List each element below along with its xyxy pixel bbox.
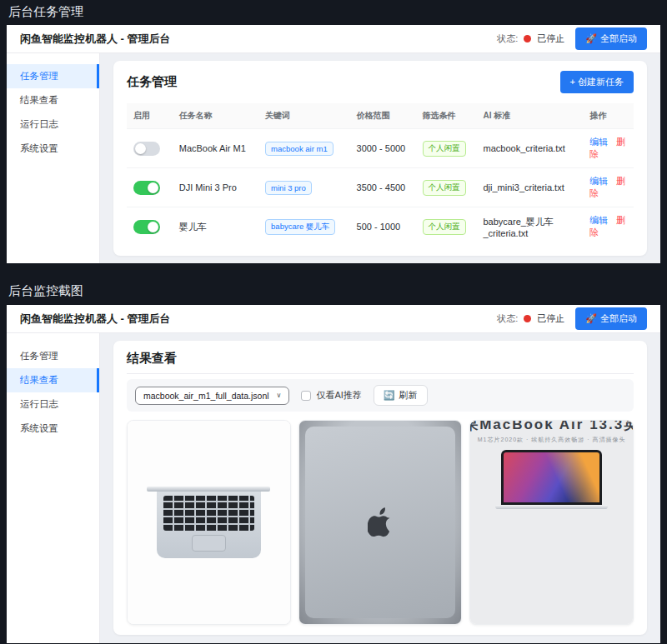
results-panel: 结果查看 macbook_air_m1_full_data.jsonl ∨ 仅看… xyxy=(113,341,647,635)
result-cards: 苹果13寸MacBook Air，搭载M1芯片，8核CPU+ 7核GPU，256… xyxy=(127,420,634,625)
table-row: 婴儿车 babycare 婴儿车 500 - 1000 个人闲置 babycar… xyxy=(127,207,634,247)
task-enabled-toggle[interactable] xyxy=(133,220,160,234)
status-dot-icon xyxy=(524,35,531,42)
sidebar: 任务管理 结果查看 运行日志 系统设置 xyxy=(7,333,100,643)
laptop-keyboard-shape xyxy=(163,496,254,531)
task-enabled-toggle[interactable] xyxy=(133,142,160,156)
app-title: 闲鱼智能监控机器人 - 管理后台 xyxy=(20,32,171,47)
divider xyxy=(127,373,634,374)
laptop-screen-wallpaper-shape xyxy=(501,450,602,505)
only-ai-checkbox[interactable] xyxy=(301,391,311,401)
sidebar: 任务管理 结果查看 运行日志 系统设置 xyxy=(7,53,100,263)
status-label: 状态: xyxy=(497,312,518,325)
status-label: 状态: xyxy=(497,32,518,45)
price-range: 3500 - 4500 xyxy=(350,168,416,207)
criteria-file: macbook_criteria.txt xyxy=(477,129,584,168)
criteria-file: babycare_婴儿车_criteria.txt xyxy=(477,207,584,247)
section1-title: 后台任务管理 xyxy=(0,0,667,25)
task-management-window: 闲鱼智能监控机器人 - 管理后台 状态: 已停止 🚀 全部启动 任务管理 结果查… xyxy=(7,25,660,263)
status-value: 已停止 xyxy=(537,32,564,45)
col-enabled: 启用 xyxy=(127,103,173,129)
rocket-icon: 🚀 xyxy=(585,33,597,44)
only-ai-checkbox-label[interactable]: 仅看AI推荐 xyxy=(301,389,361,402)
product-photo-macbook-keyboard xyxy=(128,421,290,624)
banner-heading: 苹果MacBook Air 13.3英寸 xyxy=(470,421,633,434)
sidebar-item-task-management[interactable]: 任务管理 xyxy=(7,344,99,368)
col-actions: 操作 xyxy=(583,103,634,129)
sidebar-item-task-management[interactable]: 任务管理 xyxy=(7,64,99,88)
status-value: 已停止 xyxy=(537,312,564,325)
apple-logo-icon xyxy=(368,507,393,537)
laptop-base-shape xyxy=(495,505,608,509)
table-row: DJI Mini 3 Pro mini 3 pro 3500 - 4500 个人… xyxy=(127,168,634,207)
results-window: 闲鱼智能监控机器人 - 管理后台 状态: 已停止 🚀 全部启动 任务管理 结果查… xyxy=(7,305,660,643)
refresh-button[interactable]: 🔄 刷新 xyxy=(374,385,428,406)
rocket-icon: 🚀 xyxy=(585,313,597,324)
banner-subheading: M1芯片2020款 · 续航持久高效畅游 · 高清摄像头 xyxy=(478,436,626,444)
create-task-button[interactable]: + 创建新任务 xyxy=(560,71,634,93)
price-range: 3000 - 5000 xyxy=(350,129,416,168)
result-file-select[interactable]: macbook_air_m1_full_data.jsonl ∨ xyxy=(135,387,289,405)
filter-tag: 个人闲置 xyxy=(423,141,466,157)
filter-tag: 个人闲置 xyxy=(423,219,466,235)
chevron-down-icon: ∨ xyxy=(277,392,282,399)
col-price-range: 价格范围 xyxy=(350,103,416,129)
sidebar-item-results[interactable]: 结果查看 xyxy=(7,88,99,112)
sidebar-item-results[interactable]: 结果查看 xyxy=(7,368,99,392)
laptop-deck-shape xyxy=(157,492,261,558)
filter-bar: macbook_air_m1_full_data.jsonl ∨ 仅看AI推荐 … xyxy=(127,379,634,412)
col-keyword: 关键词 xyxy=(258,103,349,129)
edit-link[interactable]: 编辑 xyxy=(589,137,608,147)
keyword-tag: macbook air m1 xyxy=(265,142,334,156)
start-all-button[interactable]: 🚀 全部启动 xyxy=(575,307,647,330)
laptop-lid-shape xyxy=(305,427,454,617)
edit-link[interactable]: 编辑 xyxy=(589,176,608,186)
window-header: 闲鱼智能监控机器人 - 管理后台 状态: 已停止 🚀 全部启动 xyxy=(7,305,660,333)
product-photo-macbook-lid xyxy=(299,421,462,624)
keyword-tag: mini 3 pro xyxy=(265,181,312,195)
result-card: 苹果MacBook Air 13.3英寸 M1芯片2020款 · 续航持久高效畅… xyxy=(469,420,634,625)
result-card: 2020MacBook Air M1 512G固态16g内存电池90%，循环75… xyxy=(298,420,463,625)
sidebar-item-logs[interactable]: 运行日志 xyxy=(7,112,99,137)
refresh-icon: 🔄 xyxy=(384,390,395,401)
task-table: 启用 任务名称 关键词 价格范围 筛选条件 AI 标准 操作 MacBook xyxy=(127,103,634,246)
task-panel-title: 任务管理 xyxy=(127,74,177,90)
col-name: 任务名称 xyxy=(173,103,258,129)
col-ai-criteria: AI 标准 xyxy=(477,103,584,129)
price-range: 500 - 1000 xyxy=(350,207,416,247)
laptop-trackpad-shape xyxy=(192,535,226,552)
table-row: MacBook Air M1 macbook air m1 3000 - 500… xyxy=(127,129,634,168)
results-panel-title: 结果查看 xyxy=(127,351,634,367)
filter-tag: 个人闲置 xyxy=(423,180,466,196)
status-dot-icon xyxy=(524,315,531,322)
keyword-tag: babycare 婴儿车 xyxy=(265,219,335,235)
window-header: 闲鱼智能监控机器人 - 管理后台 状态: 已停止 🚀 全部启动 xyxy=(7,25,660,53)
start-all-button[interactable]: 🚀 全部启动 xyxy=(575,27,647,50)
task-name: 婴儿车 xyxy=(173,207,258,247)
section2-title: 后台监控截图 xyxy=(0,263,667,305)
product-photo-macbook-banner: 苹果MacBook Air 13.3英寸 M1芯片2020款 · 续航持久高效畅… xyxy=(470,421,633,624)
laptop-front-shape xyxy=(501,450,602,509)
col-filter: 筛选条件 xyxy=(416,103,477,129)
criteria-file: dji_mini3_criteria.txt xyxy=(477,168,584,207)
sidebar-item-settings[interactable]: 系统设置 xyxy=(7,417,99,441)
task-enabled-toggle[interactable] xyxy=(133,181,160,195)
result-card: 苹果13寸MacBook Air，搭载M1芯片，8核CPU+ 7核GPU，256… xyxy=(127,420,291,625)
edit-link[interactable]: 编辑 xyxy=(589,215,608,225)
task-name: DJI Mini 3 Pro xyxy=(173,168,258,207)
sidebar-item-logs[interactable]: 运行日志 xyxy=(7,392,99,417)
sidebar-item-settings[interactable]: 系统设置 xyxy=(7,137,99,161)
app-title: 闲鱼智能监控机器人 - 管理后台 xyxy=(20,312,171,327)
task-name: MacBook Air M1 xyxy=(173,129,258,168)
task-panel: 任务管理 + 创建新任务 启用 任务名称 关键词 价格范围 筛选条件 AI 标准… xyxy=(113,61,647,256)
